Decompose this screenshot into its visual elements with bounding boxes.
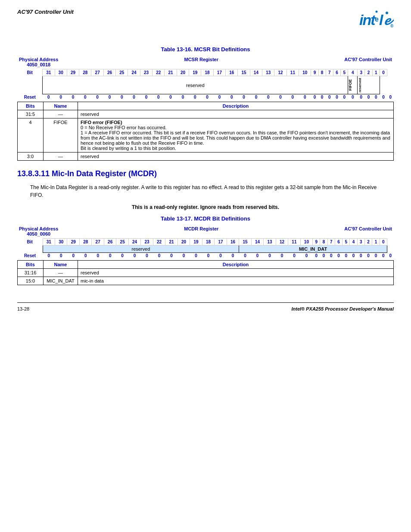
- desc-15-0: mic-in data: [78, 277, 394, 285]
- mcdr-reg-label: MCDR Register: [184, 226, 218, 236]
- phys-addr-17: Physical Address 4050_0060: [19, 226, 58, 236]
- table-17-title: Table 13-17. MCDR Bit Definitions: [17, 215, 394, 222]
- desc-row-4: 4 FIFOE FIFO error (FIFOE) 0 = No Receiv…: [18, 118, 394, 152]
- reset-label-16: Reset: [17, 94, 43, 100]
- bits-col-header-17: Bits: [18, 261, 44, 269]
- phys-addr-label-17: Physical Address: [19, 226, 58, 231]
- desc-header-row-16: Bits Name Description: [18, 102, 394, 110]
- ac97-unit-label-16: AC'97 Controller Unit: [344, 57, 392, 67]
- chapter-title: AC'97 Controller Unit: [17, 9, 74, 15]
- reserved-field-16: reserved: [43, 76, 348, 94]
- page-number: 13-28: [17, 306, 29, 311]
- section-11-body: The Mic-In Data Register is a read-only …: [30, 184, 381, 199]
- bits-31-5: 31:5: [18, 110, 44, 118]
- name-15-0: MIC_IN_DAT: [44, 277, 78, 285]
- desc-row-3-0: 3:0 — reserved: [18, 152, 394, 161]
- page-footer: 13-28 Intel® PXA255 Processor Developer'…: [17, 302, 394, 311]
- manual-title: Intel® PXA255 Processor Developer's Manu…: [291, 306, 394, 311]
- desc-header-row-17: Bits Name Description: [18, 261, 394, 269]
- bit-content-row-16: reserved FIFOE reserved: [17, 76, 394, 94]
- reserved-field-17: reserved: [43, 246, 239, 253]
- desc-table-17: Bits Name Description 31:16 — reserved 1…: [17, 260, 394, 285]
- svg-point-5: [376, 11, 378, 13]
- table-16-reg-header: Physical Address 4050_0018 MCSR Register…: [17, 57, 394, 67]
- mic-in-dat-field-17: MIC_IN_DAT: [239, 246, 387, 253]
- desc-31-5: reserved: [78, 110, 394, 118]
- table-17-reg-header: Physical Address 4050_0060 MCDR Register…: [17, 226, 394, 236]
- bit-label-row-17: Bit 31 30 29 28 27 26 25 24 23 22 21 20 …: [17, 239, 394, 246]
- reset-row-17: Reset 0 0 0 0 0 0 0 0 0 0 0 0 0 0 0 0 0 …: [17, 253, 394, 259]
- page-header: AC'97 Controller Unit int l 𝓮 e ®: [17, 9, 394, 33]
- table-16-title: Table 13-16. MCSR Bit Definitions: [17, 46, 394, 53]
- svg-point-3: [386, 12, 388, 14]
- desc-row-15-0: 15:0 MIC_IN_DAT mic-in data: [18, 277, 394, 285]
- name-col-header-17: Name: [44, 261, 78, 269]
- desc-4: FIFO error (FIFOE) 0 = No Receive FIFO e…: [78, 118, 394, 152]
- phys-addr-label-16: Physical Address: [19, 57, 58, 62]
- bits-4: 4: [18, 118, 44, 152]
- bit-label-row-16: Bit 31 30 29 28 27 26 25 24 23 22 21 20 …: [17, 69, 394, 76]
- svg-text:®: ®: [390, 24, 394, 28]
- bit-number-table-17: Bit 31 30 29 28 27 26 25 24 23 22 21 20 …: [17, 238, 394, 258]
- bits-31-16: 31:16: [18, 269, 44, 277]
- name-31-16: —: [44, 269, 78, 277]
- section-11: 13.8.3.11 Mic-In Data Register (MCDR) Th…: [17, 169, 394, 210]
- name-3-0: —: [44, 152, 78, 161]
- phys-addr-value-17: 4050_0060: [19, 231, 58, 236]
- bit-content-row-17: reserved MIC_IN_DAT: [17, 246, 394, 253]
- reserved2-field-16: reserved: [358, 76, 380, 94]
- reset-row-16: Reset 0 0 0 0 0 0 0 0 0 0 0 0 0 0 0 0 0 …: [17, 94, 394, 100]
- desc-row-31-16: 31:16 — reserved: [18, 269, 394, 277]
- fifoe-label-16: FIFOE: [348, 78, 352, 92]
- name-31-5: —: [44, 110, 78, 118]
- section-11-note: This is a read-only register. Ignore rea…: [17, 204, 394, 210]
- ac97-unit-label-17: AC'97 Controller Unit: [344, 226, 392, 236]
- mcsr-reg-label: MCSR Register: [184, 57, 218, 67]
- svg-text:e: e: [375, 16, 379, 23]
- fifoe-field-16: FIFOE: [348, 76, 358, 94]
- desc-row-31-5: 31:5 — reserved: [18, 110, 394, 118]
- desc-31-16: reserved: [78, 269, 394, 277]
- phys-addr-16: Physical Address 4050_0018: [19, 57, 58, 67]
- reset-label-17: Reset: [17, 253, 43, 259]
- desc-col-header-16: Description: [78, 102, 394, 110]
- desc-3-0: reserved: [78, 152, 394, 161]
- bits-3-0: 3:0: [18, 152, 44, 161]
- table-17-container: Table 13-17. MCDR Bit Definitions Physic…: [17, 215, 394, 285]
- section-11-heading: 13.8.3.11 Mic-In Data Register (MCDR): [17, 169, 394, 178]
- svg-text:int: int: [359, 12, 376, 28]
- name-4: FIFOE: [44, 118, 78, 152]
- phys-addr-value-16: 4050_0018: [19, 62, 58, 67]
- intel-logo: int l 𝓮 e ®: [359, 9, 394, 33]
- reserved2-label-16: reserved: [358, 77, 362, 93]
- bit-col-label-16: Bit: [17, 69, 43, 76]
- bits-col-header-16: Bits: [18, 102, 44, 110]
- table-16-container: Table 13-16. MCSR Bit Definitions Physic…: [17, 46, 394, 161]
- desc-table-16: Bits Name Description 31:5 — reserved 4 …: [17, 102, 394, 161]
- bit-col-label-17: Bit: [17, 239, 43, 246]
- bits-15-0: 15:0: [18, 277, 44, 285]
- name-col-header-16: Name: [44, 102, 78, 110]
- bit-number-table-16: Bit 31 30 29 28 27 26 25 24 23 22 21 20 …: [17, 69, 394, 100]
- desc-col-header-17: Description: [78, 261, 394, 269]
